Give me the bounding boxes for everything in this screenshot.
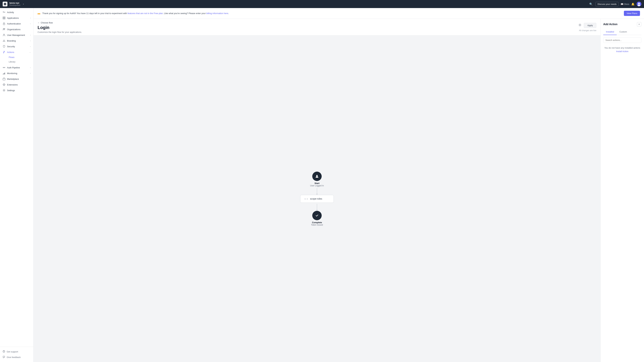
action-name: scope-roles [310, 197, 322, 200]
sidebar-item-label: Marketplace [7, 78, 19, 80]
sidebar-sub-item-flows[interactable]: Flows [7, 55, 33, 59]
top-navigation: tanzu-xyz Development ▾ 🔍 Discuss your n… [0, 0, 644, 8]
sidebar-navigation: Activity Applications › Authentication › [0, 8, 33, 347]
connector-2 [317, 204, 317, 210]
tenant-chevron-icon[interactable]: ▾ [23, 3, 24, 5]
sidebar-item-authentication[interactable]: Authentication › [0, 21, 33, 26]
sidebar-item-label: Activity [7, 11, 14, 13]
apply-button[interactable]: Apply [584, 23, 596, 28]
add-action-panel: Add Action + Installed Custom You do not… [600, 19, 644, 362]
sidebar-sub-item-library[interactable]: Library [7, 59, 33, 64]
start-node-wrapper: Start User Logged In [310, 172, 324, 187]
get-support-link[interactable]: Get support [0, 349, 33, 355]
tab-custom[interactable]: Custom [617, 29, 630, 35]
sidebar-item-monitoring[interactable]: Monitoring › [0, 70, 33, 76]
flow-header-actions: Apply [578, 23, 596, 28]
add-action-tabs: Installed Custom [603, 29, 641, 35]
book-icon: 📖 [621, 3, 623, 5]
view-plans-button[interactable]: View Plans [624, 11, 640, 16]
start-label-sub: User Logged In [310, 185, 324, 187]
flows-label: Flows [9, 56, 14, 58]
flow-subtitle: Customize the login flow for your applic… [38, 31, 578, 33]
banner-prefix: Thank you for signing up for Auth0! You … [42, 12, 128, 14]
tenant-name: tanzu-xyz [10, 2, 20, 4]
sidebar-item-marketplace[interactable]: Marketplace [0, 76, 33, 82]
sidebar-item-branding[interactable]: Branding › [0, 38, 33, 43]
svg-rect-18 [3, 78, 5, 80]
start-node[interactable] [312, 172, 322, 181]
svg-rect-15 [3, 74, 3, 74]
chevron-right-icon: › [30, 45, 31, 47]
sidebar-item-extensions[interactable]: Extensions [0, 82, 33, 87]
add-action-title: Add Action [603, 23, 618, 26]
sidebar-item-auth-pipeline[interactable]: Auth Pipeline › [0, 65, 33, 70]
main-content: ▬ Thank you for signing up for Auth0! Yo… [34, 8, 644, 362]
back-arrow-icon: ← [38, 21, 40, 24]
sidebar-item-label: Monitoring [7, 72, 17, 75]
sidebar-item-applications[interactable]: Applications › [0, 15, 33, 21]
back-to-choose-flow[interactable]: ← Choose flow [38, 21, 578, 24]
main-layout: Activity Applications › Authentication › [0, 8, 644, 362]
chevron-down-icon: ⌄ [29, 51, 31, 53]
sidebar-item-label: Applications [7, 17, 19, 19]
empty-text: You do not have any installed actions [603, 46, 641, 50]
avatar[interactable] [636, 2, 641, 6]
sidebar-item-label: Branding [7, 39, 16, 42]
svg-point-3 [638, 4, 640, 6]
svg-rect-7 [4, 18, 5, 19]
add-action-plus-button[interactable]: + [637, 22, 641, 26]
sidebar-item-settings[interactable]: Settings [0, 87, 33, 93]
banner-text: Thank you for signing up for Auth0! You … [42, 12, 622, 15]
complete-label-sub: Token Issued [311, 224, 323, 226]
branding-icon [3, 39, 5, 42]
svg-point-19 [4, 90, 4, 91]
search-icon[interactable]: 🔍 [589, 2, 593, 6]
add-action-empty-state: You do not have any installed actions In… [603, 46, 641, 53]
search-actions-input[interactable] [603, 37, 641, 43]
tab-installed[interactable]: Installed [603, 29, 617, 35]
svg-rect-17 [4, 72, 5, 74]
discuss-needs-button[interactable]: Discuss your needs [595, 2, 619, 6]
actions-icon [3, 51, 5, 53]
svg-point-10 [4, 28, 5, 29]
flow-header-right: Apply All changes are live [578, 21, 596, 32]
svg-rect-16 [4, 73, 4, 74]
svg-point-12 [3, 67, 4, 68]
scope-roles-node[interactable]: < > scope-roles [300, 195, 334, 203]
banner-warning-icon: ▬ [38, 12, 40, 15]
sidebar-item-activity[interactable]: Activity [0, 9, 33, 15]
connector-line-2 [317, 204, 317, 210]
extensions-icon [3, 83, 5, 86]
auth-pipeline-icon [3, 66, 5, 69]
banner-suffix: . [228, 12, 229, 14]
logo[interactable] [3, 2, 8, 6]
sidebar-item-label: User Management [7, 34, 25, 36]
billing-link[interactable]: billing information here [206, 12, 228, 14]
install-action-link[interactable]: Install Action [616, 50, 628, 53]
docs-link[interactable]: 📖 Docs [621, 3, 629, 5]
give-feedback-link[interactable]: Give feedback [0, 355, 33, 360]
live-status: All changes are live [579, 29, 596, 32]
sidebar-item-label: Security [7, 45, 15, 48]
svg-point-13 [4, 67, 5, 68]
svg-point-11 [4, 34, 4, 35]
complete-node-wrapper: Complete Token Issued [311, 211, 323, 226]
sidebar-item-security[interactable]: Security › [0, 43, 33, 49]
chevron-right-icon: › [30, 23, 31, 25]
chevron-right-icon: › [30, 40, 31, 42]
features-link[interactable]: features that are not in the Free plan [128, 12, 163, 14]
sidebar-item-user-management[interactable]: User Management › [0, 32, 33, 38]
back-label: Choose flow [41, 21, 53, 24]
complete-label-main: Complete [311, 221, 323, 224]
flow-header-left: ← Choose flow Login Customize the login … [38, 21, 578, 33]
notifications-bell-icon[interactable]: 🔔 [631, 2, 634, 6]
monitoring-icon [3, 72, 5, 75]
sidebar-item-label: Actions [7, 51, 14, 53]
sidebar-item-label: Auth Pipeline [7, 66, 20, 69]
complete-node[interactable] [312, 211, 322, 220]
flow-settings-button[interactable] [578, 23, 582, 28]
sidebar-item-actions[interactable]: Actions ⌄ [0, 49, 33, 55]
svg-point-22 [580, 25, 580, 25]
sidebar-item-organizations[interactable]: Organizations [0, 26, 33, 32]
support-icon [3, 350, 5, 353]
